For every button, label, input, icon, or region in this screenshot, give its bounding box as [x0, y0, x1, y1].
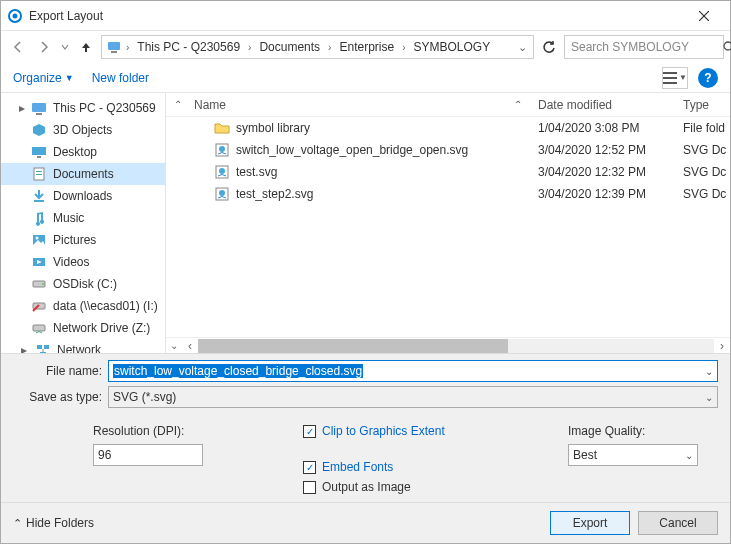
back-button[interactable]	[7, 36, 29, 58]
svg-rect-15	[37, 156, 41, 158]
scroll-right-button[interactable]: ›	[714, 338, 730, 354]
nav-item-netdrive-x[interactable]: data (\\ecasd01) (I:)	[1, 295, 165, 317]
refresh-button[interactable]	[538, 36, 560, 58]
file-name: symbol library	[236, 121, 310, 135]
column-type[interactable]: Type	[675, 98, 730, 112]
organize-menu[interactable]: Organize ▼	[13, 71, 74, 85]
svg-point-6	[724, 42, 731, 50]
breadcrumb-item[interactable]: This PC - Q230569	[133, 40, 244, 54]
view-options-button[interactable]: ▼	[662, 67, 688, 89]
netdrive-icon	[31, 320, 47, 336]
nav-item-desktop[interactable]: Desktop	[1, 141, 165, 163]
resolution-label: Resolution (DPI):	[93, 424, 273, 438]
scroll-track[interactable]	[198, 339, 714, 353]
chevron-right-icon[interactable]: ›	[326, 42, 333, 53]
address-bar-row: › This PC - Q230569 › Documents › Enterp…	[1, 31, 730, 63]
expand-column[interactable]: ⌃	[166, 99, 186, 110]
up-button[interactable]	[75, 36, 97, 58]
search-input[interactable]	[569, 39, 723, 55]
checkbox-icon	[303, 481, 316, 494]
file-type: SVG Dc	[675, 187, 730, 201]
export-button[interactable]: Export	[550, 511, 630, 535]
file-name-input[interactable]: switch_low_voltage_closed_bridge_closed.…	[108, 360, 718, 382]
chevron-down-icon: ▼	[65, 73, 74, 83]
chevron-down-icon[interactable]: ⌄	[516, 41, 529, 54]
breadcrumb-item[interactable]: Enterprise	[335, 40, 398, 54]
nav-item-netdrive[interactable]: Network Drive (Z:)	[1, 317, 165, 339]
new-folder-button[interactable]: New folder	[92, 71, 149, 85]
recent-button[interactable]	[59, 36, 71, 58]
svg-point-1	[13, 13, 18, 18]
save-fields: File name: switch_low_voltage_closed_bri…	[1, 353, 730, 416]
clip-checkbox[interactable]: ✓ Clip to Graphics Extent	[303, 424, 445, 438]
scroll-left-button[interactable]: ‹	[182, 338, 198, 354]
nav-item-videos[interactable]: Videos	[1, 251, 165, 273]
embed-checkbox[interactable]: ✓ Embed Fonts	[303, 460, 445, 474]
chevron-right-icon[interactable]: ›	[124, 42, 131, 53]
nav-item-3d[interactable]: 3D Objects	[1, 119, 165, 141]
file-list[interactable]: symbol library1/04/2020 3:08 PMFile fold…	[166, 117, 730, 337]
file-row[interactable]: test.svg3/04/2020 12:32 PMSVG Dc	[166, 161, 730, 183]
search-box[interactable]	[564, 35, 724, 59]
dialog-footer: ⌃ Hide Folders Export Cancel	[1, 502, 730, 543]
column-date[interactable]: Date modified	[530, 98, 675, 112]
file-row[interactable]: switch_low_voltage_open_bridge_open.svg3…	[166, 139, 730, 161]
breadcrumb[interactable]: › This PC - Q230569 › Documents › Enterp…	[101, 35, 534, 59]
svg-rect-29	[37, 345, 42, 349]
chevron-down-icon[interactable]: ⌄	[701, 366, 713, 377]
chevron-down-icon: ▼	[679, 73, 687, 82]
breadcrumb-item[interactable]: Documents	[255, 40, 324, 54]
save-type-label: Save as type:	[13, 390, 108, 404]
file-type: SVG Dc	[675, 143, 730, 157]
nav-item-pictures[interactable]: Pictures	[1, 229, 165, 251]
chevron-down-icon[interactable]: ⌄	[701, 392, 713, 403]
svg-rect-30	[44, 345, 49, 349]
save-type-select[interactable]: SVG (*.svg) ⌄	[108, 386, 718, 408]
file-name: switch_low_voltage_open_bridge_open.svg	[236, 143, 468, 157]
output-checkbox[interactable]: Output as Image	[303, 480, 445, 494]
file-row[interactable]: symbol library1/04/2020 3:08 PMFile fold	[166, 117, 730, 139]
nav-item-label: Network	[57, 343, 101, 353]
file-name: test.svg	[236, 165, 277, 179]
chevron-right-icon[interactable]: ›	[246, 42, 253, 53]
scroll-thumb[interactable]	[198, 339, 508, 353]
videos-icon	[31, 254, 47, 270]
hide-folders-toggle[interactable]: ⌃ Hide Folders	[13, 516, 94, 530]
save-type-value: SVG (*.svg)	[113, 390, 176, 404]
window-title: Export Layout	[29, 9, 684, 23]
horizontal-scrollbar[interactable]: ⌄ ‹ ›	[166, 337, 730, 353]
nav-item-music[interactable]: Music	[1, 207, 165, 229]
3d-icon	[31, 122, 47, 138]
resolution-input[interactable]: 96	[93, 444, 203, 466]
netdrive-x-icon	[31, 298, 47, 314]
nav-item-label: Downloads	[53, 189, 112, 203]
forward-button[interactable]	[33, 36, 55, 58]
svg-rect-11	[32, 103, 46, 112]
tree-caret-icon[interactable]: ▸	[19, 343, 29, 353]
nav-item-docs[interactable]: Documents	[1, 163, 165, 185]
svg-point-21	[36, 237, 39, 240]
nav-item-label: Documents	[53, 167, 114, 181]
column-name[interactable]: Name ⌃	[186, 98, 530, 112]
svg-rect-5	[111, 51, 117, 53]
file-type: File fold	[675, 121, 730, 135]
svg-rect-14	[32, 147, 46, 155]
tree-caret-icon[interactable]: ▸	[19, 101, 25, 115]
close-button[interactable]	[684, 2, 724, 30]
quality-select[interactable]: Best ⌄	[568, 444, 698, 466]
file-date: 3/04/2020 12:39 PM	[530, 187, 675, 201]
cancel-button[interactable]: Cancel	[638, 511, 718, 535]
nav-item-label: Desktop	[53, 145, 97, 159]
nav-item-network[interactable]: ▸Network	[1, 339, 165, 353]
chevron-down-icon[interactable]: ⌄	[166, 340, 182, 351]
search-icon[interactable]	[723, 41, 731, 54]
nav-item-downloads[interactable]: Downloads	[1, 185, 165, 207]
nav-item-pc[interactable]: ▸This PC - Q230569	[1, 97, 165, 119]
chevron-right-icon[interactable]: ›	[400, 42, 407, 53]
nav-item-disk[interactable]: OSDisk (C:)	[1, 273, 165, 295]
breadcrumb-item[interactable]: SYMBOLOGY	[410, 40, 495, 54]
help-button[interactable]: ?	[698, 68, 718, 88]
file-row[interactable]: test_step2.svg3/04/2020 12:39 PMSVG Dc	[166, 183, 730, 205]
nav-item-label: Music	[53, 211, 84, 225]
organize-label: Organize	[13, 71, 62, 85]
